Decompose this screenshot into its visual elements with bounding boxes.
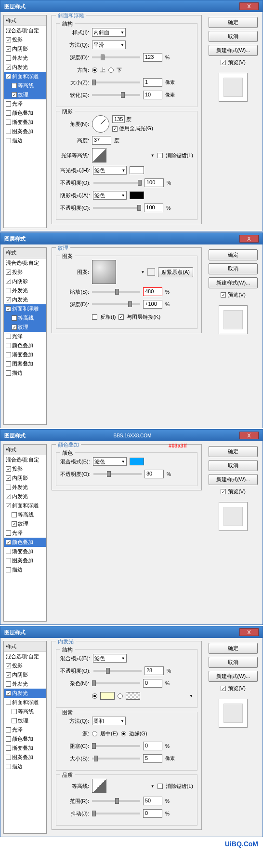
style-inner-glow[interactable]: 内发光 — [4, 492, 46, 501]
hl-opacity-slider[interactable] — [93, 182, 142, 184]
new-style-button[interactable]: 新建样式(W)... — [209, 45, 258, 56]
preview-check[interactable] — [221, 489, 226, 494]
checkbox[interactable] — [6, 288, 11, 293]
depth-slider[interactable] — [92, 56, 140, 58]
checkbox[interactable] — [6, 503, 11, 508]
checkbox[interactable] — [6, 120, 11, 125]
styles-header[interactable]: 样式 — [4, 445, 46, 455]
styles-header[interactable]: 样式 — [4, 15, 46, 26]
style-stroke[interactable]: 描边 — [4, 565, 46, 574]
style-contour[interactable]: 等高线 — [4, 81, 46, 90]
method-select[interactable]: 平滑▼ — [92, 41, 126, 49]
checkbox[interactable] — [12, 315, 17, 321]
scale-input[interactable]: 480 — [143, 287, 162, 296]
checkbox[interactable] — [6, 352, 11, 357]
close-icon[interactable]: X — [239, 2, 259, 10]
opacity-input[interactable]: 30 — [145, 470, 164, 478]
depth-input[interactable]: +100 — [143, 300, 162, 309]
checkbox[interactable] — [6, 672, 11, 678]
preview-check[interactable] — [221, 686, 226, 691]
checkbox[interactable] — [12, 92, 17, 97]
style-gradient-overlay[interactable]: 渐变叠加 — [4, 350, 46, 359]
style-contour[interactable]: 等高线 — [4, 510, 46, 519]
scale-slider[interactable] — [92, 291, 140, 293]
style-drop-shadow[interactable]: 投影 — [4, 661, 46, 670]
checkbox[interactable] — [6, 334, 11, 339]
size-input[interactable]: 5 — [143, 754, 162, 763]
checkbox[interactable] — [6, 558, 11, 563]
style-satin[interactable]: 光泽 — [4, 725, 46, 734]
style-satin[interactable]: 光泽 — [4, 529, 46, 538]
style-inner-glow[interactable]: 内发光 — [4, 689, 46, 698]
angle-input[interactable]: 135 — [112, 115, 125, 123]
style-texture[interactable]: 纹理 — [4, 519, 46, 529]
checkbox[interactable] — [6, 700, 11, 705]
style-inner-shadow[interactable]: 内阴影 — [4, 277, 46, 286]
invert-check[interactable] — [92, 314, 97, 320]
style-inner-glow[interactable]: 内发光 — [4, 63, 46, 72]
new-style-button[interactable]: 新建样式(W)... — [209, 671, 258, 682]
gradient-radio[interactable] — [118, 693, 123, 699]
source-edge-radio[interactable] — [121, 731, 126, 736]
checkbox[interactable] — [6, 736, 11, 742]
slider-thumb[interactable] — [94, 756, 98, 761]
jitter-input[interactable]: 0 — [143, 809, 162, 818]
checkbox[interactable] — [12, 709, 17, 714]
checkbox[interactable] — [6, 764, 11, 769]
checkbox[interactable] — [6, 494, 11, 499]
preview-check[interactable] — [221, 60, 226, 65]
checkbox[interactable] — [6, 540, 11, 545]
chevron-down-icon[interactable]: ▼ — [141, 270, 145, 274]
style-texture[interactable]: 纹理 — [4, 716, 46, 725]
soften-input[interactable]: 10 — [143, 91, 162, 99]
choke-input[interactable]: 0 — [143, 742, 162, 750]
style-pattern-overlay[interactable]: 图案叠加 — [4, 359, 46, 368]
antialias-check[interactable] — [158, 784, 163, 789]
slider-thumb[interactable] — [92, 80, 96, 85]
depth-input[interactable]: 123 — [143, 53, 162, 62]
checkbox[interactable] — [6, 370, 11, 376]
checkbox[interactable] — [6, 475, 11, 481]
checkbox[interactable] — [6, 110, 11, 116]
highlight-select[interactable]: 滤色▼ — [93, 166, 127, 175]
checkbox[interactable] — [6, 691, 11, 696]
checkbox[interactable] — [6, 485, 11, 490]
blend-options[interactable]: 混合选项:自定 — [4, 455, 46, 464]
chevron-down-icon[interactable]: ▼ — [151, 153, 155, 158]
style-inner-shadow[interactable]: 内阴影 — [4, 44, 46, 54]
style-contour[interactable]: 等高线 — [4, 313, 46, 323]
style-outer-glow[interactable]: 外发光 — [4, 483, 46, 492]
blend-options[interactable]: 混合选项:自定 — [4, 26, 46, 35]
blend-options[interactable]: 混合选项:自定 — [4, 652, 46, 661]
contour-picker[interactable] — [92, 148, 106, 163]
checkbox[interactable] — [6, 55, 11, 61]
checkbox[interactable] — [6, 681, 11, 687]
jitter-slider[interactable] — [92, 813, 140, 814]
slider-thumb[interactable] — [115, 289, 119, 295]
checkbox[interactable] — [6, 746, 11, 751]
style-gradient-overlay[interactable]: 渐变叠加 — [4, 118, 46, 127]
checkbox[interactable] — [6, 129, 11, 134]
shadow-select[interactable]: 滤色▼ — [93, 191, 127, 200]
checkbox[interactable] — [6, 663, 11, 668]
antialias-check[interactable] — [158, 153, 163, 158]
contour-picker[interactable] — [92, 779, 106, 793]
checkbox[interactable] — [6, 755, 11, 760]
gradient-picker[interactable] — [126, 692, 140, 700]
cancel-button[interactable]: 取消 — [209, 460, 258, 471]
style-color-overlay[interactable]: 颜色叠加 — [4, 341, 46, 350]
style-gradient-overlay[interactable]: 渐变叠加 — [4, 744, 46, 753]
slider-thumb[interactable] — [138, 180, 142, 186]
color-radio[interactable] — [92, 693, 97, 699]
glow-color[interactable] — [100, 692, 115, 700]
slider-thumb[interactable] — [107, 471, 111, 477]
style-gradient-overlay[interactable]: 渐变叠加 — [4, 547, 46, 556]
style-pattern-overlay[interactable]: 图案叠加 — [4, 127, 46, 136]
style-stroke[interactable]: 描边 — [4, 762, 46, 771]
titlebar[interactable]: 图层样式 X — [0, 0, 263, 12]
checkbox[interactable] — [6, 65, 11, 70]
new-style-button[interactable]: 新建样式(W)... — [209, 277, 258, 288]
styles-header[interactable]: 样式 — [4, 248, 46, 258]
checkbox[interactable] — [6, 101, 11, 107]
cancel-button[interactable]: 取消 — [209, 31, 258, 42]
